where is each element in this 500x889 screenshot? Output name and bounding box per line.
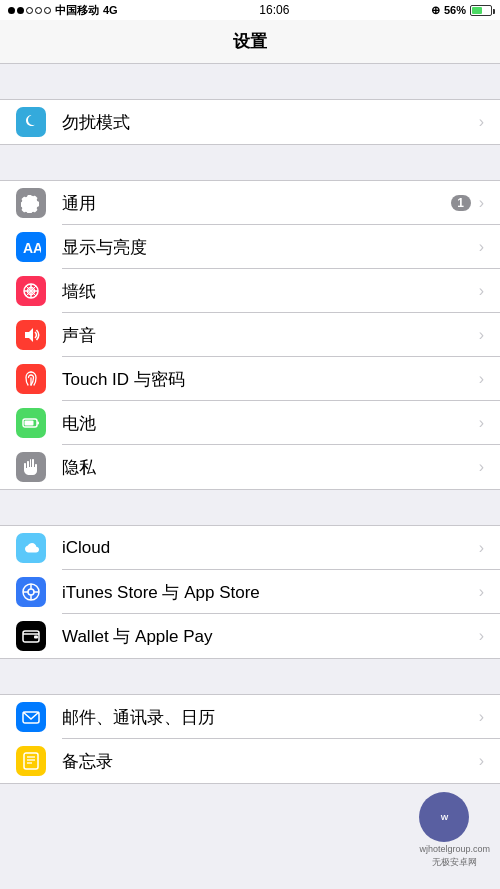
section-separator-top	[0, 64, 500, 99]
itunes-chevron: ›	[479, 583, 484, 601]
display-icon-bg: AA	[16, 232, 46, 262]
sounds-chevron: ›	[479, 326, 484, 344]
watermark-w: W	[441, 813, 449, 822]
carrier-label: 中国移动	[55, 3, 99, 18]
fingerprint-svg	[21, 369, 41, 389]
battery-percent: 56%	[444, 4, 466, 16]
display-chevron: ›	[479, 238, 484, 256]
notes-svg	[21, 751, 41, 771]
sound-svg	[21, 325, 41, 345]
privacy-icon-bg	[16, 452, 46, 482]
icloud-label: iCloud	[62, 538, 479, 558]
settings-item-itunes[interactable]: iTunes Store 与 App Store ›	[0, 570, 500, 614]
general-label: 通用	[62, 192, 451, 215]
svg-text:AA: AA	[23, 240, 41, 256]
settings-item-wallpaper[interactable]: 墙纸 ›	[0, 269, 500, 313]
svg-marker-7	[25, 328, 33, 342]
moon-svg	[21, 112, 41, 132]
settings-group-dnd: 勿扰模式 ›	[0, 99, 500, 145]
dnd-label: 勿扰模式	[62, 111, 479, 134]
wallet-svg	[21, 626, 41, 646]
gear-icon-bg	[16, 188, 46, 218]
general-chevron: ›	[479, 194, 484, 212]
watermark-label: 无极安卓网	[419, 856, 490, 869]
battery-chevron: ›	[479, 414, 484, 432]
svg-rect-10	[25, 421, 34, 426]
network-label: 4G	[103, 4, 118, 16]
settings-item-privacy[interactable]: 隐私 ›	[0, 445, 500, 489]
touchid-chevron: ›	[479, 370, 484, 388]
battery-setting-svg	[21, 413, 41, 433]
watermark-site: wjhotelgroup.com	[419, 844, 490, 854]
dnd-chevron: ›	[479, 113, 484, 131]
touchid-icon-bg	[16, 364, 46, 394]
battery-icon-bg	[16, 408, 46, 438]
svg-rect-20	[24, 753, 38, 769]
wallpaper-svg	[21, 281, 41, 301]
settings-item-battery[interactable]: 电池 ›	[0, 401, 500, 445]
section-separator-2	[0, 490, 500, 525]
watermark-logo: W	[419, 792, 469, 842]
svg-rect-9	[37, 422, 39, 425]
sounds-label: 声音	[62, 324, 479, 347]
gear-svg	[21, 193, 41, 213]
itunes-svg	[21, 582, 41, 602]
display-label: 显示与亮度	[62, 236, 479, 259]
settings-item-mail[interactable]: 邮件、通讯录、日历 ›	[0, 695, 500, 739]
wallet-label: Wallet 与 Apple Pay	[62, 625, 479, 648]
notes-icon-bg	[16, 746, 46, 776]
status-bar: 中国移动 4G 16:06 ⊕ 56%	[0, 0, 500, 20]
icloud-svg	[21, 538, 41, 558]
display-svg: AA	[21, 237, 41, 257]
section-separator-3	[0, 659, 500, 694]
svg-rect-18	[34, 636, 38, 639]
mail-chevron: ›	[479, 708, 484, 726]
status-left: 中国移动 4G	[8, 3, 118, 18]
settings-item-notes[interactable]: 备忘录 ›	[0, 739, 500, 783]
settings-item-dnd[interactable]: 勿扰模式 ›	[0, 100, 500, 144]
status-time: 16:06	[259, 3, 289, 17]
wallpaper-icon-bg	[16, 276, 46, 306]
wallet-chevron: ›	[479, 627, 484, 645]
nav-bar: 设置	[0, 20, 500, 64]
settings-item-icloud[interactable]: iCloud ›	[0, 526, 500, 570]
notes-chevron: ›	[479, 752, 484, 770]
status-right: ⊕ 56%	[431, 4, 492, 17]
itunes-label: iTunes Store 与 App Store	[62, 581, 479, 604]
privacy-label: 隐私	[62, 456, 479, 479]
charge-icon: ⊕	[431, 4, 440, 17]
settings-item-display[interactable]: AA 显示与亮度 ›	[0, 225, 500, 269]
itunes-icon-bg	[16, 577, 46, 607]
settings-group-apps: 邮件、通讯录、日历 › 备忘录 ›	[0, 694, 500, 784]
settings-item-touchid[interactable]: Touch ID 与密码 ›	[0, 357, 500, 401]
dnd-icon	[16, 107, 46, 137]
nav-title: 设置	[233, 30, 267, 53]
general-badge: 1	[451, 195, 471, 211]
hand-svg	[21, 457, 41, 477]
touchid-label: Touch ID 与密码	[62, 368, 479, 391]
settings-item-sounds[interactable]: 声音 ›	[0, 313, 500, 357]
wallpaper-chevron: ›	[479, 282, 484, 300]
settings-item-wallet[interactable]: Wallet 与 Apple Pay ›	[0, 614, 500, 658]
mail-label: 邮件、通讯录、日历	[62, 706, 479, 729]
settings-group-icloud: iCloud › iTunes Store 与 App Store › W	[0, 525, 500, 659]
wallet-icon-bg	[16, 621, 46, 651]
battery-icon	[470, 5, 492, 16]
icloud-icon-bg	[16, 533, 46, 563]
watermark: W wjhotelgroup.com 无极安卓网	[419, 792, 490, 869]
battery-label: 电池	[62, 412, 479, 435]
wallpaper-label: 墙纸	[62, 280, 479, 303]
notes-label: 备忘录	[62, 750, 479, 773]
sounds-icon-bg	[16, 320, 46, 350]
svg-point-12	[28, 589, 34, 595]
icloud-chevron: ›	[479, 539, 484, 557]
mail-svg	[21, 707, 41, 727]
section-separator-1	[0, 145, 500, 180]
privacy-chevron: ›	[479, 458, 484, 476]
signal-dots	[8, 7, 51, 14]
mail-icon-bg	[16, 702, 46, 732]
settings-group-general: 通用 1 › AA 显示与亮度 › 墙纸 ›	[0, 180, 500, 490]
settings-item-general[interactable]: 通用 1 ›	[0, 181, 500, 225]
